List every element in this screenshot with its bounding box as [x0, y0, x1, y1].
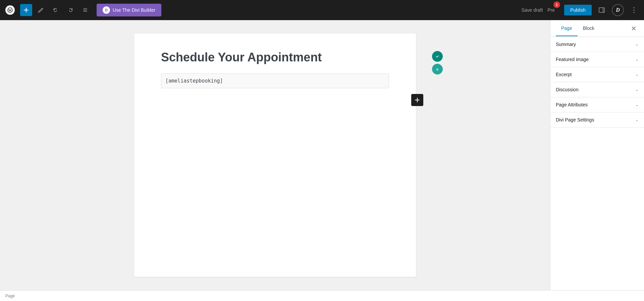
footer-page-label: Page [5, 294, 15, 298]
redo-button[interactable] [64, 4, 76, 16]
shortcode-text: [ameliastepbooking] [165, 78, 223, 84]
close-sidebar-button[interactable]: ✕ [629, 23, 639, 34]
toggle-sidebar-button[interactable] [596, 4, 608, 16]
panel-page-attributes-chevron: ⌄ [635, 102, 639, 107]
avatar-icon-green [432, 51, 443, 62]
svg-point-6 [634, 12, 635, 13]
footer-bar: Page [0, 290, 644, 301]
right-sidebar: Page Block ✕ Summary ⌄ Featured image ⌄ [550, 20, 644, 290]
svg-rect-2 [599, 8, 604, 12]
add-block-floating-wrapper [411, 94, 423, 106]
wp-logo: W [4, 4, 16, 16]
divi-builder-button[interactable]: D Use The Divi Builder [97, 4, 161, 16]
divi-builder-icon: D [103, 6, 110, 14]
panel-summary: Summary ⌄ [550, 37, 644, 52]
preview-wrapper: Pre 1 [547, 5, 560, 15]
svg-text:G: G [436, 68, 438, 71]
panel-excerpt-label: Excerpt [556, 72, 572, 77]
svg-point-4 [634, 7, 635, 8]
panel-excerpt-chevron: ⌄ [635, 72, 639, 77]
main-layout: Schedule Your Appointment [ameliastepboo… [0, 20, 644, 290]
sidebar-page-tab[interactable]: Page [556, 21, 578, 36]
panel-featured-image-label: Featured image [556, 57, 589, 62]
sidebar-block-tab[interactable]: Block [578, 21, 600, 36]
shortcode-block[interactable]: [ameliastepbooking] [161, 73, 389, 88]
preview-notification-badge: 1 [553, 1, 560, 8]
panel-divi-page-settings-chevron: ⌄ [635, 117, 639, 122]
save-draft-button[interactable]: Save draft [521, 7, 543, 13]
undo-button[interactable] [50, 4, 62, 16]
panel-divi-page-settings-header[interactable]: Divi Page Settings ⌄ [550, 112, 644, 127]
svg-text:W: W [8, 8, 12, 12]
panel-page-attributes-header[interactable]: Page Attributes ⌄ [550, 97, 644, 112]
more-options-button[interactable] [628, 4, 640, 16]
panel-excerpt: Excerpt ⌄ [550, 67, 644, 82]
panel-featured-image: Featured image ⌄ [550, 52, 644, 67]
sidebar-panels: Summary ⌄ Featured image ⌄ Excerpt ⌄ [550, 37, 644, 290]
panel-divi-page-settings-label: Divi Page Settings [556, 117, 594, 122]
toolbar: W D Use The Divi Builder [0, 0, 644, 20]
svg-point-5 [634, 10, 635, 11]
panel-discussion-header[interactable]: Discussion ⌄ [550, 82, 644, 97]
publish-button[interactable]: Publish [564, 5, 592, 15]
panel-discussion-label: Discussion [556, 87, 579, 92]
edit-mode-button[interactable] [35, 4, 47, 16]
editor-area: Schedule Your Appointment [ameliastepboo… [0, 20, 550, 290]
panel-summary-header[interactable]: Summary ⌄ [550, 37, 644, 52]
add-block-floating-button[interactable] [411, 94, 423, 106]
wp-logo-icon: W [5, 5, 15, 15]
editor-content: Schedule Your Appointment [ameliastepboo… [134, 34, 416, 277]
panel-divi-page-settings: Divi Page Settings ⌄ [550, 112, 644, 128]
panel-page-attributes: Page Attributes ⌄ [550, 97, 644, 112]
panel-featured-image-header[interactable]: Featured image ⌄ [550, 52, 644, 67]
panel-discussion: Discussion ⌄ [550, 82, 644, 97]
list-view-button[interactable] [79, 4, 91, 16]
avatar-icon-teal: G [432, 64, 443, 74]
post-title[interactable]: Schedule Your Appointment [161, 50, 389, 65]
toolbar-right: Save draft Pre 1 Publish D [521, 4, 640, 16]
editor-side-avatars: G [432, 51, 443, 74]
panel-summary-label: Summary [556, 42, 576, 47]
svg-point-7 [435, 54, 440, 59]
panel-featured-image-chevron: ⌄ [635, 57, 639, 62]
panel-discussion-chevron: ⌄ [635, 87, 639, 92]
divi-circle-button[interactable]: D [612, 4, 624, 16]
divi-builder-label: Use The Divi Builder [113, 7, 155, 13]
panel-summary-chevron: ⌄ [635, 42, 639, 47]
panel-page-attributes-label: Page Attributes [556, 102, 588, 107]
add-block-toolbar-button[interactable] [20, 4, 32, 16]
panel-excerpt-header[interactable]: Excerpt ⌄ [550, 67, 644, 82]
sidebar-header: Page Block ✕ [550, 20, 644, 37]
